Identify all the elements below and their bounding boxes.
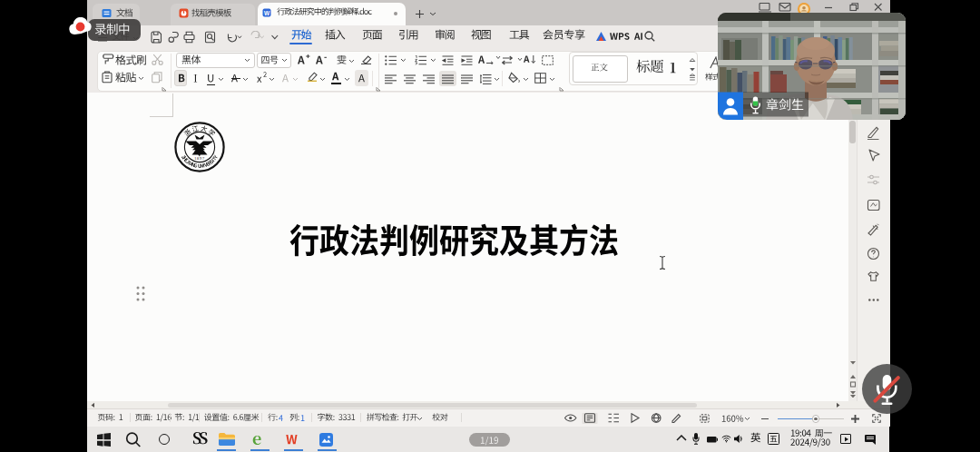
svg-text:W: W xyxy=(264,9,270,15)
svg-text:1897: 1897 xyxy=(194,156,205,161)
